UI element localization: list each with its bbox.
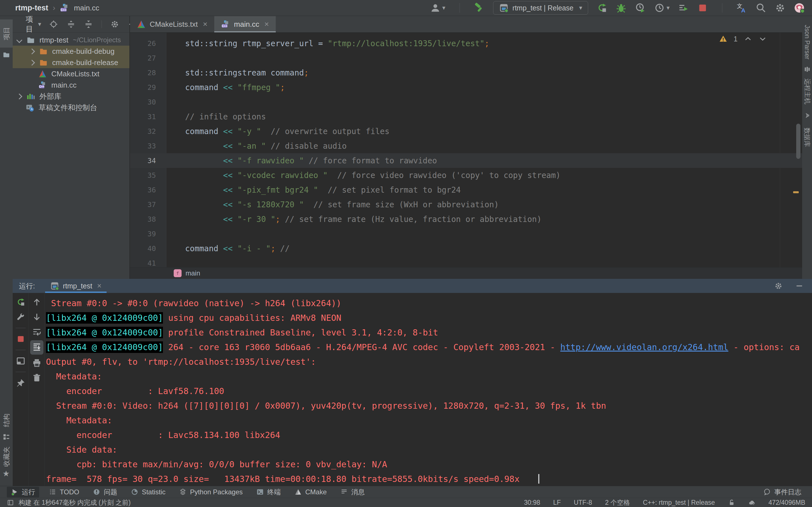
breadcrumb-function[interactable]: main bbox=[186, 269, 200, 277]
warning-stripe-mark[interactable] bbox=[793, 191, 799, 193]
editor: CMakeLists.txt×C++main.cc× 26 std::strin… bbox=[130, 16, 802, 279]
prev-problem-chevron-up-icon[interactable] bbox=[744, 35, 752, 43]
project-view-selector[interactable]: 项目 ▾ bbox=[26, 14, 41, 34]
stripe-tab-json-parser[interactable]: Json Parser bbox=[802, 24, 812, 60]
tree-chevron-icon[interactable] bbox=[29, 48, 35, 54]
tab-close-icon[interactable]: × bbox=[203, 20, 207, 29]
run-icon[interactable] bbox=[597, 3, 607, 13]
run-panel-toolbar bbox=[13, 293, 45, 486]
selected-toggle[interactable] bbox=[30, 340, 43, 355]
indent-setting[interactable]: 2 个空格 bbox=[605, 498, 630, 507]
user-icon[interactable] bbox=[430, 3, 441, 13]
translate-icon[interactable]: 文A bbox=[737, 3, 747, 13]
tree-item-cmake-build-debug[interactable]: cmake-build-debug bbox=[13, 46, 130, 57]
breadcrumb-file[interactable]: main.cc bbox=[74, 4, 99, 12]
debug-icon[interactable] bbox=[616, 3, 626, 13]
code-token: << bbox=[223, 185, 233, 194]
run-config-select[interactable]: rtmp_test | Release ▾ bbox=[493, 1, 588, 15]
stripe-tab-remote-host[interactable]: 远程主机 bbox=[802, 76, 812, 107]
code-token: "-vcodec rawvideo " bbox=[238, 171, 327, 180]
editor-tab-CMakeLists.txt[interactable]: CMakeLists.txt× bbox=[130, 16, 214, 33]
stop-icon[interactable] bbox=[16, 334, 26, 344]
trash-icon[interactable] bbox=[32, 373, 42, 383]
next-problem-chevron-down-icon[interactable] bbox=[758, 35, 767, 43]
run-tab-close-icon[interactable]: × bbox=[97, 282, 101, 290]
run-history-clock-icon[interactable] bbox=[654, 3, 665, 13]
tree-item-CMakeLists.txt[interactable]: CMakeLists.txt bbox=[13, 68, 130, 79]
stripe-folder-icon[interactable] bbox=[2, 51, 10, 58]
titlebar-toolbar: ▾ rtmp_test | Release ▾ ▾ 文A bbox=[430, 1, 805, 15]
toolwindow-button-运行[interactable]: 运行 bbox=[7, 487, 39, 497]
stripe-tab-database[interactable]: 数据库 bbox=[802, 121, 812, 153]
run-panel-gear-icon[interactable] bbox=[774, 282, 783, 290]
memory-indicator[interactable]: 472/4096MB bbox=[769, 499, 805, 506]
run-tab[interactable]: rtmp_test × bbox=[45, 279, 107, 293]
rerun-icon[interactable] bbox=[16, 297, 26, 307]
star-icon[interactable]: ★ bbox=[3, 469, 10, 478]
cloud-sync-icon[interactable] bbox=[748, 499, 756, 506]
toolwindow-button-Statistic[interactable]: Statistic bbox=[127, 487, 169, 497]
print-icon[interactable] bbox=[32, 358, 42, 368]
stripe-tab-structure[interactable]: 结构 bbox=[0, 409, 13, 432]
warning-icon[interactable] bbox=[719, 35, 727, 43]
run-console[interactable]: Stream #0:0 -> #0:0 (rawvideo (native) -… bbox=[45, 293, 812, 486]
tree-item-草稿文件和控制台[interactable]: 草稿文件和控制台 bbox=[13, 102, 130, 113]
wrench-icon[interactable] bbox=[16, 313, 26, 322]
tree-item-rtmp-test[interactable]: rtmp-test~/CLionProjects bbox=[13, 34, 130, 46]
toolwindow-button-事件日志[interactable]: 事件日志 bbox=[759, 487, 805, 497]
softwrap-icon[interactable] bbox=[32, 327, 42, 337]
line-ending[interactable]: LF bbox=[553, 499, 561, 506]
tree-chevron-icon[interactable] bbox=[16, 93, 22, 99]
editor-tab-main.cc[interactable]: C++main.cc× bbox=[214, 16, 276, 33]
toolwindow-button-CMake[interactable]: CMake bbox=[290, 487, 331, 497]
tree-item-cmake-build-release[interactable]: cmake-build-release bbox=[13, 57, 130, 68]
stripe-tab-favorites[interactable]: 收藏夹 bbox=[0, 443, 13, 470]
caret-position[interactable]: 30:98 bbox=[524, 499, 541, 506]
settings-gear-icon[interactable] bbox=[775, 3, 785, 13]
tab-close-icon[interactable]: × bbox=[264, 20, 269, 29]
remote-host-icon[interactable] bbox=[804, 66, 811, 73]
tree-chevron-icon[interactable] bbox=[16, 37, 22, 43]
layout-icon[interactable] bbox=[16, 356, 26, 365]
toolwindow-button-Python Packages[interactable]: Python Packages bbox=[175, 487, 247, 497]
run-with-options-icon[interactable] bbox=[678, 3, 689, 13]
avatar[interactable] bbox=[794, 3, 805, 13]
scrollend-icon[interactable] bbox=[32, 342, 42, 351]
up-icon[interactable] bbox=[32, 297, 42, 307]
build-status-message[interactable]: 构建 在 1秒647毫秒 内完成 (片刻 之前) bbox=[18, 498, 131, 507]
console-link[interactable]: http://www.videolan.org/x264.html bbox=[560, 342, 728, 352]
database-icon[interactable] bbox=[804, 112, 811, 119]
locate-icon[interactable] bbox=[49, 20, 58, 29]
stop-icon[interactable] bbox=[697, 3, 708, 13]
profiler-icon[interactable] bbox=[635, 3, 646, 13]
cmake-icon bbox=[137, 20, 146, 29]
build-hammer-icon[interactable] bbox=[474, 3, 485, 13]
code-token: // bbox=[280, 244, 290, 253]
unlock-icon[interactable] bbox=[728, 499, 735, 506]
pin-icon[interactable] bbox=[16, 378, 26, 388]
toolwindow-button-终端[interactable]: 终端 bbox=[252, 487, 285, 497]
resolve-context[interactable]: C++: rtmp_test | Release bbox=[643, 499, 715, 506]
toolwindow-button-TODO[interactable]: TODO bbox=[45, 487, 83, 497]
gear-icon[interactable] bbox=[110, 20, 119, 29]
toolwindow-button-问题[interactable]: 问题 bbox=[89, 487, 121, 497]
code-area[interactable]: 26 std::string rtmp_server_url = "rtmp:/… bbox=[130, 33, 802, 268]
tree-item-main.cc[interactable]: C++main.cc bbox=[13, 79, 130, 91]
stripe-tab-project[interactable]: 项目 bbox=[0, 19, 13, 48]
encoding[interactable]: UTF-8 bbox=[574, 499, 592, 506]
collapse-all-icon[interactable] bbox=[84, 20, 93, 29]
breadcrumb-project[interactable]: rtmp-test bbox=[15, 4, 48, 12]
console-text: [libx264 @ 0x124009c00] bbox=[46, 312, 163, 324]
expand-all-icon[interactable] bbox=[66, 20, 75, 29]
structure-icon[interactable] bbox=[3, 433, 10, 441]
search-icon[interactable] bbox=[756, 3, 766, 13]
down-icon[interactable] bbox=[32, 313, 42, 322]
editor-scrollbar-thumb[interactable] bbox=[796, 124, 801, 159]
tool-window-switcher-icon[interactable] bbox=[7, 499, 14, 506]
run-panel-minimize-icon[interactable] bbox=[795, 282, 804, 290]
toolwindow-button-消息[interactable]: 消息 bbox=[336, 487, 369, 497]
tree-chevron-icon[interactable] bbox=[29, 59, 35, 65]
tree-item-外部库[interactable]: 外部库 bbox=[13, 91, 130, 102]
toolwindow-button-label: 运行 bbox=[22, 488, 35, 497]
code-text: << "-r 30 "; // set frame rate (Hz value… bbox=[166, 215, 542, 224]
